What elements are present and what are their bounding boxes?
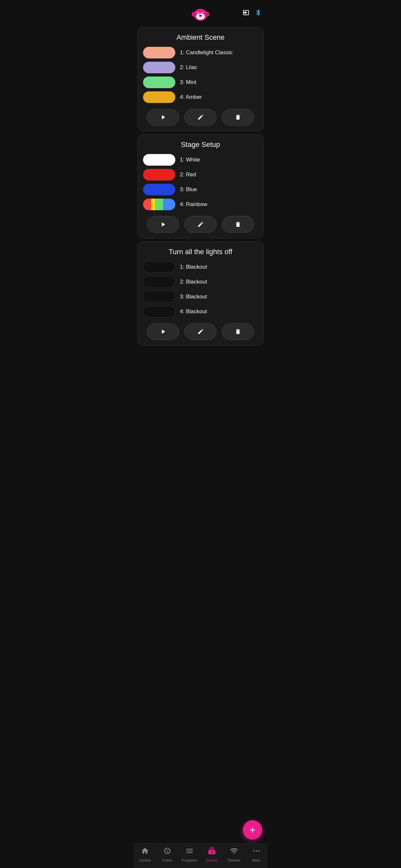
color-label: 3: Blackout bbox=[180, 293, 207, 300]
color-label: 1: White bbox=[180, 157, 200, 163]
list-item: 3: Blackout bbox=[143, 291, 258, 303]
svg-point-8 bbox=[198, 13, 199, 14]
color-list-stage: 1: White2: Red3: Blue4: Rainbow bbox=[143, 154, 258, 210]
color-label: 2: Red bbox=[180, 172, 196, 178]
app-logo bbox=[191, 5, 210, 23]
list-item: 3: Blue bbox=[143, 184, 258, 195]
color-swatch bbox=[143, 306, 175, 317]
list-item: 4: Amber bbox=[143, 91, 258, 103]
scenes-list: Ambient Scene1: Candlelight Classic2: Li… bbox=[134, 27, 267, 375]
play-scene-button-stage[interactable] bbox=[147, 216, 179, 233]
list-item: 2: Red bbox=[143, 169, 258, 181]
color-label: 3: Mint bbox=[180, 79, 196, 86]
svg-point-12 bbox=[201, 16, 202, 16]
color-swatch bbox=[143, 62, 175, 73]
list-item: 3: Mint bbox=[143, 76, 258, 88]
play-scene-button-blackout[interactable] bbox=[147, 323, 179, 340]
edit-scene-button-stage[interactable] bbox=[184, 216, 217, 233]
color-label: 4: Amber bbox=[180, 94, 202, 100]
login-icon[interactable] bbox=[242, 9, 250, 19]
color-label: 4: Rainbow bbox=[180, 201, 207, 208]
scene-actions-stage bbox=[143, 216, 258, 233]
scene-title-stage: Stage Setup bbox=[143, 141, 258, 149]
color-list-blackout: 1: Blackout2: Blackout3: Blackout4: Blac… bbox=[143, 261, 258, 317]
bluetooth-icon[interactable] bbox=[254, 9, 262, 19]
color-swatch bbox=[143, 198, 175, 210]
list-item: 1: White bbox=[143, 154, 258, 166]
scene-card-blackout: Turn all the lights off1: Blackout2: Bla… bbox=[137, 242, 264, 345]
edit-scene-button-ambient[interactable] bbox=[184, 109, 217, 126]
color-swatch bbox=[143, 291, 175, 303]
scene-title-blackout: Turn all the lights off bbox=[143, 248, 258, 256]
delete-scene-button-blackout[interactable] bbox=[222, 323, 254, 340]
color-list-ambient: 1: Candlelight Classic2: Lilac3: Mint4: … bbox=[143, 47, 258, 103]
color-swatch bbox=[143, 91, 175, 103]
list-item: 1: Candlelight Classic bbox=[143, 47, 258, 58]
color-swatch bbox=[143, 184, 175, 195]
svg-point-4 bbox=[206, 12, 208, 16]
color-swatch bbox=[143, 47, 175, 58]
scene-card-ambient: Ambient Scene1: Candlelight Classic2: Li… bbox=[137, 27, 264, 131]
color-swatch bbox=[143, 169, 175, 181]
color-label: 1: Blackout bbox=[180, 264, 207, 270]
scene-card-stage: Stage Setup1: White2: Red3: Blue4: Rainb… bbox=[137, 134, 264, 238]
color-swatch bbox=[143, 76, 175, 88]
svg-point-9 bbox=[203, 13, 204, 14]
color-label: 1: Candlelight Classic bbox=[180, 50, 233, 56]
header bbox=[134, 0, 267, 27]
scene-actions-blackout bbox=[143, 323, 258, 340]
color-swatch bbox=[143, 276, 175, 288]
color-label: 4: Blackout bbox=[180, 308, 207, 315]
list-item: 4: Rainbow bbox=[143, 198, 258, 210]
color-label: 2: Blackout bbox=[180, 279, 207, 285]
color-swatch bbox=[143, 261, 175, 273]
color-label: 2: Lilac bbox=[180, 64, 197, 71]
edit-scene-button-blackout[interactable] bbox=[184, 323, 217, 340]
delete-scene-button-stage[interactable] bbox=[222, 216, 254, 233]
list-item: 4: Blackout bbox=[143, 306, 258, 317]
list-item: 2: Lilac bbox=[143, 62, 258, 73]
list-item: 2: Blackout bbox=[143, 276, 258, 288]
color-label: 3: Blue bbox=[180, 186, 197, 193]
list-item: 1: Blackout bbox=[143, 261, 258, 273]
color-swatch bbox=[143, 154, 175, 166]
scene-actions-ambient bbox=[143, 109, 258, 126]
svg-point-10 bbox=[199, 14, 202, 17]
scene-title-ambient: Ambient Scene bbox=[143, 33, 258, 42]
play-scene-button-ambient[interactable] bbox=[147, 109, 179, 126]
delete-scene-button-ambient[interactable] bbox=[222, 109, 254, 126]
svg-point-3 bbox=[193, 12, 195, 16]
svg-point-11 bbox=[199, 16, 200, 16]
header-icons bbox=[242, 9, 262, 19]
